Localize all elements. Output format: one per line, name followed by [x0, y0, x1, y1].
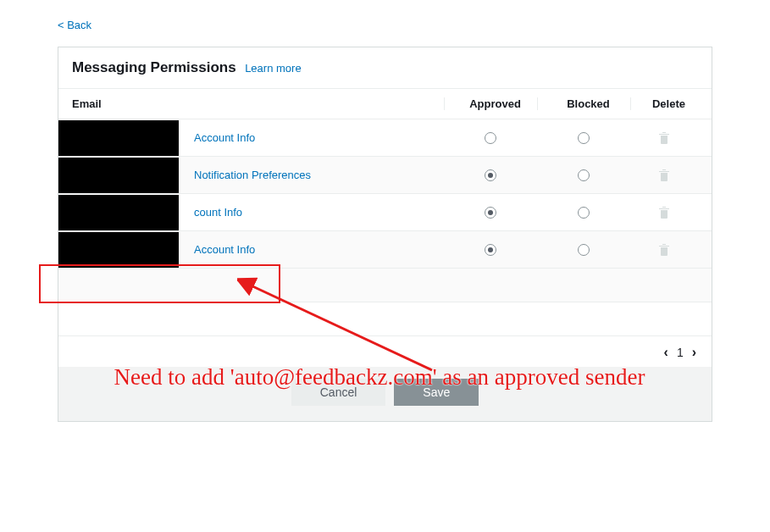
- trash-icon[interactable]: [658, 169, 670, 182]
- cell-email: Account Info: [72, 120, 444, 156]
- save-button[interactable]: Save: [394, 379, 479, 406]
- cell-email: Account Info: [72, 232, 444, 268]
- learn-more-link[interactable]: Learn more: [245, 62, 301, 75]
- col-header-approved: Approved: [444, 97, 537, 110]
- page-number: 1: [677, 346, 684, 359]
- page-next-button[interactable]: ›: [692, 345, 696, 360]
- approved-radio[interactable]: [485, 169, 496, 181]
- blocked-radio[interactable]: [578, 169, 590, 181]
- spacer-row: [58, 302, 712, 336]
- panel-header: Messaging Permissions Learn more: [58, 47, 712, 89]
- col-header-delete: Delete: [630, 97, 698, 110]
- table-row: Account Info: [58, 119, 712, 157]
- cell-approved: [444, 168, 537, 183]
- redacted-email: [58, 232, 179, 268]
- cell-email: Notification Preferences: [72, 158, 444, 193]
- cell-approved: [444, 130, 537, 146]
- redacted-email: [58, 158, 179, 193]
- cancel-button[interactable]: Cancel: [291, 379, 386, 406]
- table-row: Account Info: [58, 231, 712, 269]
- email-action-link[interactable]: count Info: [194, 206, 242, 219]
- blocked-radio[interactable]: [578, 207, 590, 219]
- col-header-blocked: Blocked: [537, 97, 630, 110]
- cell-delete: [630, 205, 698, 220]
- cell-delete: [630, 168, 698, 183]
- trash-icon[interactable]: [658, 243, 670, 257]
- cell-blocked: [537, 130, 630, 146]
- blocked-radio[interactable]: [578, 244, 590, 256]
- empty-input-row[interactable]: [58, 269, 712, 302]
- email-action-link[interactable]: Notification Preferences: [194, 169, 311, 181]
- redacted-email: [58, 195, 179, 230]
- approved-radio[interactable]: [485, 132, 496, 144]
- blocked-radio[interactable]: [578, 132, 590, 144]
- footer-buttons: Cancel Save: [58, 367, 712, 421]
- email-action-link[interactable]: Account Info: [194, 243, 255, 256]
- cell-approved: [444, 242, 537, 258]
- table-row: count Info: [58, 194, 712, 231]
- cell-blocked: [537, 205, 630, 220]
- cell-blocked: [537, 242, 630, 258]
- trash-icon[interactable]: [658, 131, 670, 145]
- cell-delete: [630, 242, 698, 258]
- trash-icon[interactable]: [658, 206, 670, 219]
- cell-approved: [444, 205, 537, 220]
- col-header-email: Email: [72, 97, 444, 110]
- email-action-link[interactable]: Account Info: [194, 131, 255, 144]
- panel-title: Messaging Permissions: [72, 59, 236, 75]
- table-row: Notification Preferences: [58, 157, 712, 194]
- messaging-permissions-panel: Messaging Permissions Learn more Email A…: [58, 47, 712, 422]
- cell-email: count Info: [72, 195, 444, 230]
- redacted-email: [58, 120, 179, 156]
- cell-delete: [630, 130, 698, 146]
- table-header-row: Email Approved Blocked Delete: [58, 89, 712, 119]
- back-link[interactable]: < Back: [58, 19, 91, 31]
- approved-radio[interactable]: [485, 244, 496, 256]
- pagination: ‹ 1 ›: [58, 336, 712, 360]
- approved-radio[interactable]: [485, 207, 496, 219]
- cell-blocked: [537, 168, 630, 183]
- page-prev-button[interactable]: ‹: [664, 345, 668, 360]
